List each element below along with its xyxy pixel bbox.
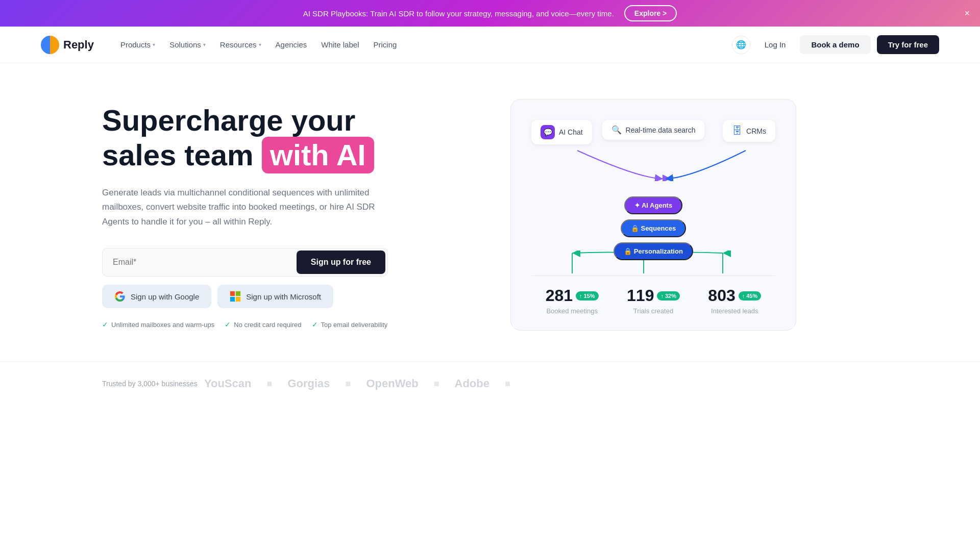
- stat-number: 803 ↑ 45%: [708, 286, 761, 305]
- ai-chat-bubble: 💬 AI Chat: [531, 120, 592, 144]
- stat-number: 281 ↑ 15%: [546, 286, 599, 305]
- database-icon: 🗄: [732, 125, 742, 137]
- nav-links: Products ▾ Solutions ▾ Resources ▾ Agenc…: [114, 36, 727, 53]
- stat-badge: ↑ 45%: [739, 291, 762, 300]
- banner-text: AI SDR Playbooks: Train AI SDR to follow…: [303, 9, 614, 18]
- hero-right: 💬 AI Chat 🔍 Real-time data search 🗄 CRMs: [510, 94, 796, 331]
- hero-left: Supercharge your sales team with AI Gene…: [102, 94, 470, 329]
- trusted-logos: YouScan ■ Gorgias ■ OpenWeb ■ Adobe ■: [204, 377, 878, 390]
- card-bottom: 281 ↑ 15% Booked meetings 119 ↑ 32%: [531, 276, 775, 315]
- stat-label: Booked meetings: [546, 307, 599, 315]
- svg-rect-3: [236, 297, 240, 302]
- separator: ■: [434, 379, 439, 389]
- chevron-down-icon: ▾: [153, 42, 155, 47]
- feature-item-1: ✓ Unlimited mailboxes and warm-ups: [102, 320, 214, 329]
- adobe-logo: Adobe: [455, 377, 489, 390]
- logo[interactable]: Reply: [41, 36, 94, 54]
- explore-button[interactable]: Explore >: [624, 5, 677, 21]
- main-content: Supercharge your sales team with AI Gene…: [0, 63, 980, 361]
- hero-title: Supercharge your sales team with AI: [102, 104, 470, 173]
- stat-label: Trials created: [627, 307, 680, 315]
- stat-badge: ↑ 32%: [657, 291, 680, 300]
- real-time-bubble: 🔍 Real-time data search: [602, 120, 705, 140]
- gorgias-logo: Gorgias: [287, 377, 330, 390]
- try-free-button[interactable]: Try for free: [877, 35, 939, 54]
- stat-booked-meetings: 281 ↑ 15% Booked meetings: [546, 286, 599, 315]
- features-list: ✓ Unlimited mailboxes and warm-ups ✓ No …: [102, 320, 470, 329]
- nav-right: 🌐 Log In Book a demo Try for free: [732, 35, 939, 54]
- social-signup: Sign up with Google Sign up with Microso…: [102, 285, 470, 308]
- feature-item-2: ✓ No credit card required: [225, 320, 301, 329]
- login-button[interactable]: Log In: [756, 36, 794, 53]
- stat-label: Interested leads: [708, 307, 761, 315]
- email-signup-form: Sign up for free: [102, 248, 388, 277]
- hero-title-highlight: with AI: [262, 137, 374, 173]
- svg-rect-0: [230, 291, 235, 296]
- microsoft-signup-button[interactable]: Sign up with Microsoft: [217, 285, 333, 308]
- youscan-logo: YouScan: [204, 377, 252, 390]
- stat-badge: ↑ 15%: [576, 291, 599, 300]
- crms-bubble: 🗄 CRMs: [723, 120, 775, 142]
- chevron-down-icon: ▾: [203, 42, 206, 47]
- nav-solutions[interactable]: Solutions ▾: [163, 36, 212, 53]
- card-middle: ✦ AI Agents 🔒 Sequences 🔒 Personalizatio…: [531, 196, 775, 260]
- email-input[interactable]: [103, 248, 295, 276]
- check-icon: ✓: [102, 320, 108, 329]
- signup-button[interactable]: Sign up for free: [297, 251, 385, 274]
- ai-chat-icon: 💬: [541, 125, 555, 139]
- stat-trials-created: 119 ↑ 32% Trials created: [627, 286, 680, 315]
- nav-products[interactable]: Products ▾: [114, 36, 161, 53]
- hero-description: Generate leads via multichannel conditio…: [102, 186, 388, 230]
- nav-agencies[interactable]: Agencies: [270, 36, 313, 53]
- ai-agents-pill[interactable]: ✦ AI Agents: [624, 196, 682, 214]
- openweb-logo: OpenWeb: [366, 377, 418, 390]
- nav-white-label[interactable]: White label: [315, 36, 365, 53]
- separator: ■: [505, 379, 510, 389]
- top-banner: AI SDR Playbooks: Train AI SDR to follow…: [0, 0, 980, 27]
- logo-icon: [41, 36, 59, 54]
- trusted-row: Trusted by 3,000+ businesses YouScan ■ G…: [102, 377, 878, 390]
- check-icon: ✓: [312, 320, 318, 329]
- check-icon: ✓: [225, 320, 231, 329]
- dashboard-card: 💬 AI Chat 🔍 Real-time data search 🗄 CRMs: [510, 99, 796, 331]
- google-icon: [114, 291, 126, 302]
- microsoft-icon: [230, 291, 241, 302]
- nav-resources[interactable]: Resources ▾: [214, 36, 267, 53]
- navbar: Reply Products ▾ Solutions ▾ Resources ▾…: [0, 27, 980, 63]
- book-demo-button[interactable]: Book a demo: [800, 35, 870, 54]
- nav-pricing[interactable]: Pricing: [367, 36, 403, 53]
- trusted-section: Trusted by 3,000+ businesses YouScan ■ G…: [0, 361, 980, 406]
- logo-text: Reply: [63, 38, 94, 52]
- search-icon: 🔍: [611, 125, 622, 135]
- chevron-down-icon: ▾: [259, 42, 261, 47]
- personalization-pill[interactable]: 🔒 Personalization: [614, 242, 693, 260]
- separator: ■: [346, 379, 351, 389]
- stat-number: 119 ↑ 32%: [627, 286, 680, 305]
- stat-interested-leads: 803 ↑ 45% Interested leads: [708, 286, 761, 315]
- sequences-pill[interactable]: 🔒 Sequences: [621, 219, 686, 237]
- separator: ■: [267, 379, 273, 389]
- svg-rect-1: [236, 291, 240, 296]
- svg-rect-2: [230, 297, 235, 302]
- connection-arrows: [531, 145, 775, 181]
- google-signup-button[interactable]: Sign up with Google: [102, 285, 211, 308]
- feature-item-3: ✓ Top email deliverability: [312, 320, 388, 329]
- language-button[interactable]: 🌐: [732, 36, 750, 54]
- trusted-label: Trusted by 3,000+ businesses: [102, 380, 204, 388]
- banner-close-button[interactable]: ×: [964, 8, 970, 19]
